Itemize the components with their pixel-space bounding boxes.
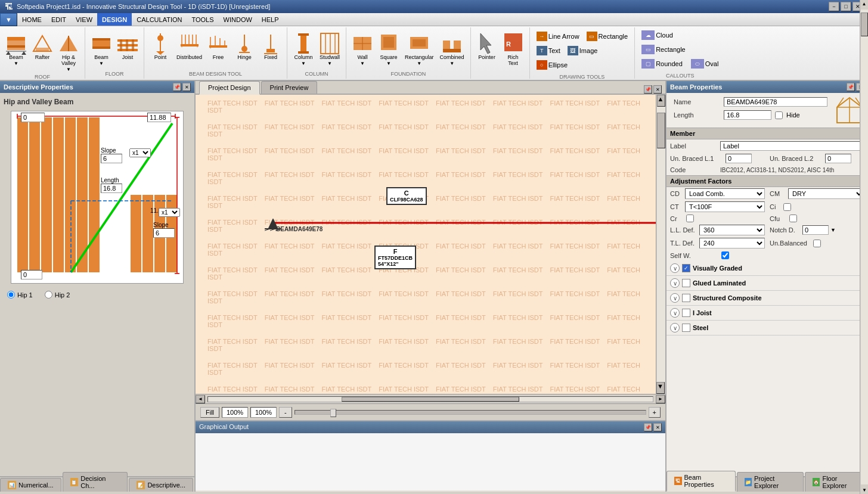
ij-checkbox[interactable] — [682, 309, 690, 317]
left-panel-close[interactable]: ✕ — [182, 83, 191, 91]
top-right-input[interactable] — [147, 113, 171, 122]
hip2-radio[interactable] — [45, 291, 52, 299]
pointer-button[interactable]: Pointer — [475, 30, 500, 63]
hide-checkbox[interactable] — [775, 111, 783, 119]
vg-checkbox[interactable]: ✓ — [682, 264, 690, 272]
hinge-button[interactable]: Hinge — [232, 30, 257, 63]
x1-select1[interactable]: x1x2 — [129, 148, 151, 157]
go-close[interactable]: ✕ — [653, 423, 662, 431]
project-explorer-tab[interactable]: 📁 Project Explorer — [737, 472, 804, 492]
rounded-button[interactable]: ▢ Rounded — [638, 57, 686, 70]
hip2-radio-label[interactable]: Hip 2 — [45, 291, 70, 299]
notch-d-dropdown[interactable]: ▼ — [830, 227, 836, 233]
i-joist-category[interactable]: ∨ I Joist — [666, 306, 868, 321]
top-left-input[interactable] — [21, 113, 45, 122]
free-button[interactable]: Free — [206, 30, 231, 63]
notch-d-input[interactable] — [802, 225, 829, 235]
zoom-minus-button[interactable]: - — [279, 407, 292, 418]
hip-valley-button[interactable]: Hip & Valley ▼ — [56, 30, 81, 74]
project-design-tab[interactable]: Project Design — [199, 81, 260, 95]
column-button[interactable]: Column ▼ — [291, 30, 316, 68]
canvas-vscrollbar[interactable]: ▲ ▼ — [656, 95, 665, 394]
line-arrow-button[interactable]: → Line Arrow — [534, 30, 582, 43]
x1-dropdown2[interactable]: x1x2 — [159, 208, 180, 217]
app-menu-button[interactable]: ▼ — [0, 13, 17, 26]
column-dropdown[interactable]: ▼ — [301, 61, 306, 66]
steel-category[interactable]: ∨ Steel — [666, 321, 868, 335]
tab-panel-controls[interactable]: 📌 ✕ — [644, 85, 662, 94]
hscroll-thumb[interactable] — [342, 397, 519, 402]
wall-dropdown[interactable]: ▼ — [360, 61, 365, 66]
ct-select[interactable]: T<100F — [685, 201, 765, 212]
cloud-button[interactable]: ☁ Cloud — [638, 29, 676, 42]
print-preview-tab[interactable]: Print Preview — [261, 81, 318, 94]
menu-tools[interactable]: TOOLS — [187, 13, 218, 26]
sc-checkbox[interactable] — [682, 294, 690, 302]
oval-button[interactable]: ⬭ Oval — [688, 57, 722, 70]
glued-laminated-category[interactable]: ∨ Glued Laminated — [666, 276, 868, 291]
fixed-button[interactable]: Fixed — [258, 30, 283, 63]
diagram-top-right-field[interactable] — [147, 113, 171, 122]
maximize-button[interactable]: □ — [841, 2, 851, 11]
beam-properties-bottom-tab[interactable]: 🏗 Beam Properties — [666, 471, 736, 492]
visually-graded-category[interactable]: ∨ ✓ Visually Graded — [666, 261, 868, 276]
callout-rect-button[interactable]: ▭ Rectangle — [638, 43, 689, 56]
image-button[interactable]: 🖼 Image — [565, 44, 601, 57]
right-panel-scrollbar[interactable]: ▲ ▼ — [860, 93, 868, 476]
menu-help[interactable]: HELP — [257, 13, 284, 26]
unbalanced-checkbox[interactable] — [813, 240, 821, 247]
diagram-top-left-field[interactable] — [21, 113, 45, 122]
menu-design[interactable]: DESIGN — [97, 13, 132, 26]
beam-dropdown[interactable]: ▼ — [14, 61, 18, 66]
tab-panel-pin[interactable]: 📌 — [644, 85, 652, 94]
menu-view[interactable]: VIEW — [71, 13, 97, 26]
gl-checkbox[interactable] — [682, 279, 690, 287]
floor-explorer-tab[interactable]: 🏠 Floor Explorer — [805, 472, 867, 492]
go-pin[interactable]: 📌 — [644, 423, 652, 431]
vg-expand-btn[interactable]: ∨ — [670, 263, 680, 273]
zoom-slider-thumb[interactable] — [330, 409, 336, 417]
rich-text-button[interactable]: R Rich Text — [501, 30, 526, 69]
joist-button[interactable]: Joist — [115, 30, 140, 63]
slope1-input[interactable] — [101, 154, 122, 163]
minimize-button[interactable]: − — [829, 2, 839, 11]
self-w-checkbox[interactable] — [721, 251, 729, 259]
square-dropdown[interactable]: ▼ — [386, 61, 391, 66]
rectangle-draw-button[interactable]: ▭ Rectangle — [584, 30, 631, 43]
steel-checkbox[interactable] — [682, 324, 690, 332]
hscroll-right-btn[interactable]: ► — [656, 395, 665, 403]
studwall-dropdown[interactable]: ▼ — [327, 61, 332, 66]
point-button[interactable]: Point — [148, 30, 173, 63]
rafter-button[interactable]: Rafter — [30, 30, 55, 63]
beam2-dropdown[interactable]: ▼ — [99, 61, 104, 66]
menu-edit[interactable]: EDIT — [46, 13, 71, 26]
go-controls[interactable]: 📌 ✕ — [644, 423, 662, 431]
structured-composite-category[interactable]: ∨ Structured Composite — [666, 291, 868, 306]
ll-def-select[interactable]: 360240 — [699, 225, 765, 235]
rectangular-button[interactable]: Rectangular ▼ — [402, 30, 436, 68]
left-panel-controls[interactable]: 📌 ✕ — [173, 83, 191, 91]
text-draw-button[interactable]: T Text — [534, 44, 563, 57]
vscroll-down[interactable]: ▼ — [656, 382, 665, 394]
distributed-button[interactable]: Distributed — [174, 30, 204, 63]
studwall-button[interactable]: Studwall ▼ — [317, 30, 342, 68]
title-bar-controls[interactable]: − □ ✕ — [829, 2, 863, 11]
menu-home[interactable]: HOME — [17, 13, 46, 26]
right-panel-pin[interactable]: 📌 — [847, 83, 855, 91]
slope2-input[interactable] — [153, 228, 175, 238]
rectangular-dropdown[interactable]: ▼ — [417, 61, 421, 66]
ij-expand-btn[interactable]: ∨ — [670, 308, 680, 318]
ellipse-button[interactable]: ○ Ellipse — [534, 58, 571, 72]
zoom-slider[interactable] — [294, 410, 646, 415]
hip1-radio[interactable] — [7, 291, 15, 299]
gl-expand-btn[interactable]: ∨ — [670, 278, 680, 288]
beam2-button[interactable]: Beam ▼ — [89, 30, 114, 68]
sc-expand-btn[interactable]: ∨ — [670, 293, 680, 303]
steel-expand-btn[interactable]: ∨ — [670, 323, 680, 333]
zoom-plus-button[interactable]: + — [649, 407, 661, 418]
menu-calculation[interactable]: CALCULATION — [132, 13, 187, 26]
cd-select[interactable]: Load Comb. — [685, 188, 765, 199]
vscroll-up[interactable]: ▲ — [657, 95, 665, 107]
diagram-bottom-field[interactable] — [21, 270, 42, 279]
left-panel-pin[interactable]: 📌 — [173, 83, 181, 91]
